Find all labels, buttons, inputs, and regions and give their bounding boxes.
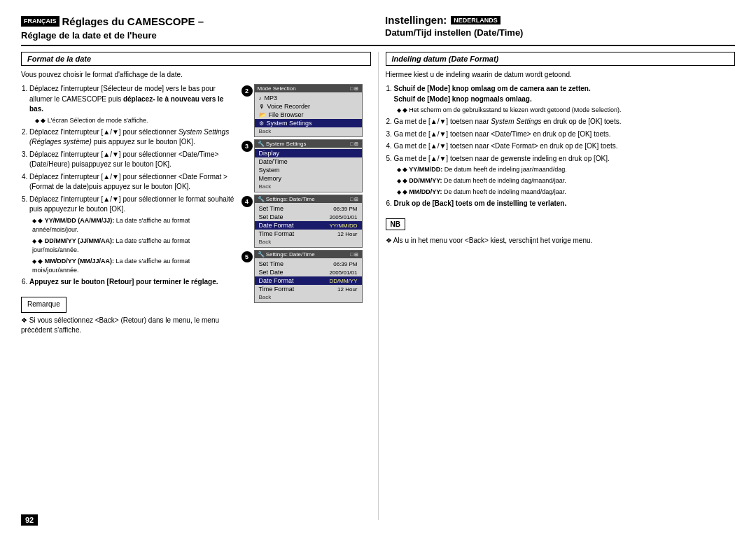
step-2: Déplacez l'interrupteur [▲/▼] pour sélec… <box>29 127 237 148</box>
screen-dateformat-4: Date FormatYY/MM/DD <box>255 221 362 230</box>
screen-row-filebrowser: 📂 File Browser <box>255 111 362 119</box>
screen-3: 🔧 System Settings □ ⊞ Display Date/Time … <box>254 139 363 192</box>
right-step-5-bullet-3: ◆ MM/DD/YY: De datum heeft de indeling m… <box>397 188 736 197</box>
screen-3-header: 🔧 System Settings □ ⊞ <box>255 140 362 148</box>
left-intro: Vous pouvez choisir le format d'affichag… <box>21 70 371 80</box>
dutch-badge: NEDERLANDS <box>451 16 500 24</box>
right-step-5: Ga met de [▲/▼] toetsen naar de gewenste… <box>394 154 736 197</box>
screen-row-voice: 🎙 Voice Recorder <box>255 102 362 111</box>
page: FRANÇAIS Réglages du CAMESCOPE – Réglage… <box>0 0 756 534</box>
right-step-5-bullet-2: ◆ DD/MM/YY: De datum heeft de indeling d… <box>397 176 736 185</box>
screen-row-mp3: ♪ MP3 <box>255 94 362 102</box>
right-step-4: Ga met de [▲/▼] toetsen naar <Date Forma… <box>394 141 736 152</box>
screen-4-num: 4 <box>241 196 253 207</box>
step-1: Déplacez l'interrupteur [Sélecteur de mo… <box>29 84 237 125</box>
screen-4-container: 4 🔧 Settings: Date/Time □ ⊞ Set Time06:3… <box>241 195 371 248</box>
step-1-bullet: ◆ L'écran Sélection de mode s'affiche. <box>35 116 237 125</box>
step-5-bullet-3: ◆ MM/DD/YY (MM/JJ/AA): La date s'affiche… <box>32 257 237 275</box>
remarque-text: ❖ Si vous sélectionnez <Back> (Retour) d… <box>21 316 237 335</box>
screen-row-back-2: Back <box>255 127 362 135</box>
screen-2-container: 2 Mode Selection □ ⊞ ♪ MP3 🎙 Voice Recor… <box>241 84 371 137</box>
screen-settime-4: Set Time06:39 PM <box>255 204 362 213</box>
step-5-bullet-2: ◆ DD/MM/YY (JJ/MM/AA): La date s'affiche… <box>32 237 237 255</box>
screen-row-memory: Memory <box>255 174 362 183</box>
remarque-label: Remarque <box>21 297 66 313</box>
screen-row-datetime: Date/Time <box>255 157 362 166</box>
french-badge: FRANÇAIS <box>21 16 59 27</box>
screen-5-header: 🔧 Settings: Date/Time □ ⊞ <box>255 251 362 258</box>
screen-4: 🔧 Settings: Date/Time □ ⊞ Set Time06:39 … <box>254 195 363 248</box>
screen-3-num: 3 <box>241 141 253 152</box>
step-5-bullet-1: ◆ YY/MM/DD (AA/MM/JJ): La date s'affiche… <box>32 216 237 234</box>
screen-2-num: 2 <box>241 85 253 97</box>
screen-setdate-5: Set Date2005/01/01 <box>255 268 362 276</box>
screen-5-body: Set Time06:39 PM Set Date2005/01/01 Date… <box>255 258 362 302</box>
screens-column: 2 Mode Selection □ ⊞ ♪ MP3 🎙 Voice Recor… <box>241 84 371 520</box>
col-left: Format de la date Vous pouvez choisir le… <box>21 52 371 520</box>
screen-5-container: 5 🔧 Settings: Date/Time □ ⊞ Set Time06:3… <box>241 250 371 303</box>
screen-row-systemsettings: ⚙ System Settings <box>255 119 362 127</box>
screen-row-back-3: Back <box>255 183 362 190</box>
main-content: Format de la date Vous pouvez choisir le… <box>21 52 735 520</box>
page-number: 92 <box>21 514 38 526</box>
screen-back-5: Back <box>255 293 362 301</box>
right-intro: Hiermee kiest u de indeling waarin de da… <box>386 70 736 80</box>
right-step-1-bullet: ◆ Het scherm om de gebruiksstand te kiez… <box>397 106 736 115</box>
screen-timeformat-5: Time Format12 Hour <box>255 285 362 293</box>
right-step-3: Ga met de [▲/▼] toetsen naar <Date/Time>… <box>394 129 736 140</box>
screen-back-4: Back <box>255 238 362 246</box>
screen-5: 🔧 Settings: Date/Time □ ⊞ Set Time06:39 … <box>254 250 363 303</box>
screen-2: Mode Selection □ ⊞ ♪ MP3 🎙 Voice Recorde… <box>254 84 363 137</box>
right-step-1: Schuif de [Mode] knop omlaag om de camer… <box>394 84 736 115</box>
step-6: Appuyez sur le bouton [Retour] pour term… <box>29 277 237 288</box>
header: FRANÇAIS Réglages du CAMESCOPE – Réglage… <box>21 14 735 46</box>
screen-settime-5: Set Time06:39 PM <box>255 260 362 268</box>
nb-label: NB <box>386 218 405 230</box>
right-section-header: Indeling datum (Date Format) <box>386 52 736 66</box>
screen-timeformat-4: Time Format12 Hour <box>255 230 362 238</box>
header-subtitle-french: Réglage de la date et de l'heure <box>21 30 371 41</box>
right-step-5-bullet-1: ◆ YY/MM/DD: De datum heeft de indeling j… <box>397 165 736 174</box>
right-step-2: Ga met de [▲/▼] toetsen naar System Sett… <box>394 117 736 127</box>
step-5: Déplacez l'interrupteur [▲/▼] pour sélec… <box>29 195 237 275</box>
step-4: Déplacez l'interrupteur [▲/▼] pour sélec… <box>29 172 237 192</box>
screen-2-body: ♪ MP3 🎙 Voice Recorder 📂 File Browser ⚙ … <box>255 92 362 136</box>
header-title-dutch: Instellingen: NEDERLANDS <box>385 14 735 26</box>
screen-2-header: Mode Selection □ ⊞ <box>255 85 362 92</box>
step-3: Déplacez l'interrupteur [▲/▼] pour sélec… <box>29 150 237 170</box>
header-subtitle-dutch: Datum/Tijd instellen (Date/Time) <box>385 27 735 38</box>
screen-row-system: System <box>255 166 362 174</box>
screen-row-display: Display <box>255 149 362 157</box>
screen-dateformat-5: Date FormatDD/MM/YY <box>255 276 362 285</box>
right-step-6: Druk op de [Back] toets om de instelling… <box>394 199 736 209</box>
screen-5-num: 5 <box>241 251 253 262</box>
left-section-header: Format de la date <box>21 52 371 66</box>
screen-3-body: Display Date/Time System Memory Back <box>255 148 362 192</box>
header-right: Instellingen: NEDERLANDS Datum/Tijd inst… <box>371 14 735 38</box>
left-steps: Déplacez l'interrupteur [Sélecteur de mo… <box>21 84 237 520</box>
screen-4-body: Set Time06:39 PM Set Date2005/01/01 Date… <box>255 203 362 247</box>
screen-setdate-4: Set Date2005/01/01 <box>255 213 362 221</box>
header-title-french: FRANÇAIS Réglages du CAMESCOPE – <box>21 14 371 29</box>
header-left: FRANÇAIS Réglages du CAMESCOPE – Réglage… <box>21 14 371 41</box>
vertical-divider <box>378 52 379 520</box>
nb-text: ❖ Als u in het menu voor <Back> kiest, v… <box>386 236 736 246</box>
screen-4-header: 🔧 Settings: Date/Time □ ⊞ <box>255 195 362 203</box>
col-right: Indeling datum (Date Format) Hiermee kie… <box>386 52 736 520</box>
right-steps: Schuif de [Mode] knop omlaag om de camer… <box>386 84 736 211</box>
screen-3-container: 3 🔧 System Settings □ ⊞ Display Date/Tim… <box>241 139 371 192</box>
